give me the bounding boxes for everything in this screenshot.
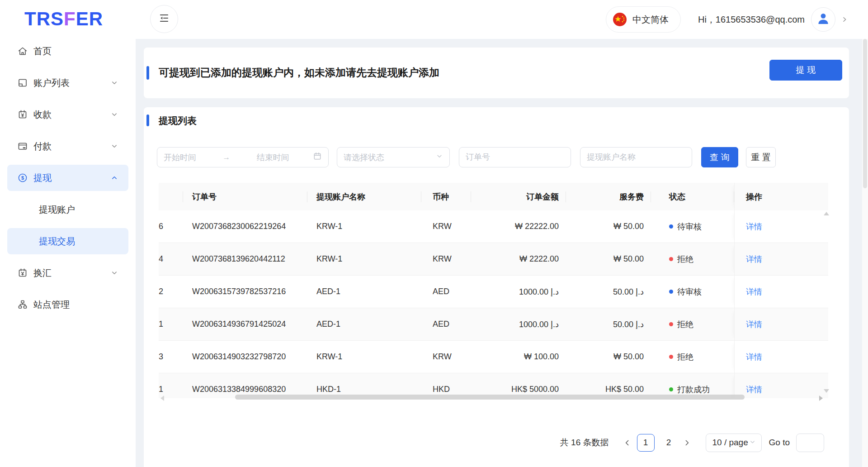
sidebar: TRSFER 首页 账户列表 收 bbox=[0, 0, 136, 467]
cell-order-no: W2006314903232798720 bbox=[183, 341, 307, 373]
sidebar-item-account-list[interactable]: 账户列表 bbox=[7, 70, 128, 96]
sidebar-item-withdraw-accounts[interactable]: 提现账户 bbox=[7, 196, 128, 223]
cell-order-no: W2007368139620442112 bbox=[183, 243, 307, 275]
status-dot bbox=[669, 257, 673, 261]
order-no-input[interactable] bbox=[466, 152, 564, 162]
cell-amount: ₩ 22222.00 bbox=[471, 210, 566, 243]
table-row: 1 W2006314936791425024 AED-1 AED د.إ 100… bbox=[159, 308, 828, 341]
sidebar-item-receive[interactable]: 收款 bbox=[7, 101, 128, 128]
language-selector[interactable]: 中文简体 bbox=[606, 6, 681, 33]
cell-order-no: W2006315739782537216 bbox=[183, 276, 307, 308]
prev-page-button[interactable] bbox=[621, 434, 634, 451]
chevron-down-icon bbox=[436, 152, 443, 162]
collapse-sidebar-button[interactable] bbox=[150, 5, 178, 33]
scroll-left-arrow-icon[interactable] bbox=[160, 396, 164, 401]
withdraw-list-card: 提现列表 开始时间 → 结束时间 请选择状态 bbox=[144, 107, 849, 467]
detail-link[interactable]: 详情 bbox=[746, 286, 762, 297]
cell-account: AED-1 bbox=[307, 308, 421, 340]
table-body: 6 W2007368230062219264 KRW-1 KRW ₩ 22222… bbox=[159, 210, 828, 398]
withdraw-banner-card: 可提现到已添加的提现账户内，如未添加请先去提现账户添加 提 现 bbox=[144, 48, 849, 98]
status-dot bbox=[669, 355, 673, 359]
chevron-right-icon[interactable] bbox=[841, 16, 848, 23]
cell-id-fragment: 1 bbox=[159, 373, 183, 398]
page-button-2[interactable]: 2 bbox=[660, 434, 678, 452]
reset-button[interactable]: 重 置 bbox=[746, 147, 776, 167]
detail-link[interactable]: 详情 bbox=[746, 254, 762, 265]
sidebar-item-home[interactable]: 首页 bbox=[7, 38, 128, 64]
logo-text: TRS bbox=[24, 8, 64, 29]
section-title: 提现列表 bbox=[159, 114, 197, 127]
sidebar-item-label: 换汇 bbox=[33, 267, 52, 279]
sidebar-item-site-management[interactable]: 站点管理 bbox=[7, 291, 128, 318]
scroll-down-arrow-icon[interactable] bbox=[824, 389, 829, 393]
sidebar-menu: 首页 账户列表 收款 bbox=[0, 38, 136, 323]
user-greeting: Hi，1615653536@qq.com bbox=[698, 14, 805, 26]
page-scrollbar[interactable] bbox=[862, 39, 868, 467]
goto-label: Go to bbox=[769, 438, 790, 448]
status-select[interactable]: 请选择状态 bbox=[337, 147, 450, 167]
end-date-placeholder: 结束时间 bbox=[257, 152, 289, 163]
header-right: 中文简体 Hi，1615653536@qq.com bbox=[606, 0, 848, 39]
cell-status: 拒绝 bbox=[651, 308, 734, 340]
cell-fee: ₩ 50.00 bbox=[566, 341, 651, 373]
sidebar-item-withdraw-transactions[interactable]: 提现交易 bbox=[7, 228, 128, 254]
withdraw-button[interactable]: 提 现 bbox=[769, 60, 842, 81]
svg-text:$: $ bbox=[21, 175, 24, 181]
cell-status: 待审核 bbox=[651, 210, 734, 243]
scroll-up-arrow-icon[interactable] bbox=[824, 212, 829, 215]
table-header-account: 提现账户名称 bbox=[307, 183, 421, 210]
status-text: 打款成功 bbox=[677, 384, 710, 395]
chevron-up-icon bbox=[110, 174, 118, 182]
pagination-total: 共 16 条数据 bbox=[560, 437, 609, 448]
order-no-field bbox=[459, 147, 571, 167]
table-row: 3 W2006314903232798720 KRW-1 KRW ₩ 100.0… bbox=[159, 341, 828, 373]
brand-logo[interactable]: TRSFER bbox=[24, 8, 103, 30]
sidebar-item-label: 首页 bbox=[33, 45, 52, 57]
table-header-currency: 币种 bbox=[421, 183, 471, 210]
account-name-input[interactable] bbox=[587, 152, 685, 162]
pagination: 共 16 条数据 1 2 10 / page Go to bbox=[560, 434, 824, 452]
status-text: 拒绝 bbox=[677, 352, 693, 362]
page-button-1[interactable]: 1 bbox=[637, 434, 655, 452]
page-size-select[interactable]: 10 / page bbox=[706, 434, 762, 452]
chevron-down-icon bbox=[110, 142, 118, 150]
page-scrollbar-thumb[interactable] bbox=[863, 39, 867, 188]
next-page-button[interactable] bbox=[680, 434, 694, 451]
top-header: 中文简体 Hi，1615653536@qq.com bbox=[136, 0, 868, 39]
date-range-picker[interactable]: 开始时间 → 结束时间 bbox=[157, 147, 329, 167]
cell-account: AED-1 bbox=[307, 276, 421, 308]
table-row: 2 W2006315739782537216 AED-1 AED د.إ 100… bbox=[159, 276, 828, 308]
cell-order-no: W2006314936791425024 bbox=[183, 308, 307, 340]
cell-status: 待审核 bbox=[651, 276, 734, 308]
cell-id-fragment: 2 bbox=[159, 276, 183, 308]
sidebar-item-exchange[interactable]: 换汇 bbox=[7, 260, 128, 286]
user-avatar[interactable] bbox=[811, 7, 835, 32]
sidebar-item-payment[interactable]: 付款 bbox=[7, 133, 128, 159]
table-header-action: 操作 bbox=[734, 183, 828, 210]
user-avatar-icon bbox=[816, 11, 831, 28]
logo-text: ER bbox=[76, 8, 103, 29]
table-header-order-no: 订单号 bbox=[183, 183, 307, 210]
search-button[interactable]: 查 询 bbox=[701, 147, 738, 167]
cell-account: KRW-1 bbox=[307, 341, 421, 373]
site-management-icon bbox=[17, 299, 28, 310]
sidebar-item-withdraw[interactable]: $ 提现 bbox=[7, 165, 128, 191]
cell-action: 详情 bbox=[734, 276, 828, 308]
cell-currency: AED bbox=[421, 308, 471, 340]
detail-link[interactable]: 详情 bbox=[746, 384, 762, 395]
goto-page-input[interactable] bbox=[796, 434, 824, 452]
scroll-right-arrow-icon[interactable] bbox=[819, 396, 823, 401]
cell-status: 拒绝 bbox=[651, 243, 734, 275]
table-header-id bbox=[159, 183, 183, 210]
cell-amount: د.إ 1000.00 bbox=[471, 308, 566, 340]
home-icon bbox=[17, 46, 28, 57]
detail-link[interactable]: 详情 bbox=[746, 319, 762, 330]
banner-text: 可提现到已添加的提现账户内，如未添加请先去提现账户添加 bbox=[159, 66, 439, 80]
sidebar-item-label: 站点管理 bbox=[33, 299, 70, 311]
accent-bar bbox=[146, 66, 149, 80]
cell-account: KRW-1 bbox=[307, 243, 421, 275]
detail-link[interactable]: 详情 bbox=[746, 221, 762, 232]
detail-link[interactable]: 详情 bbox=[746, 352, 762, 362]
status-dot bbox=[669, 224, 673, 229]
horizontal-scrollbar[interactable] bbox=[235, 395, 745, 400]
